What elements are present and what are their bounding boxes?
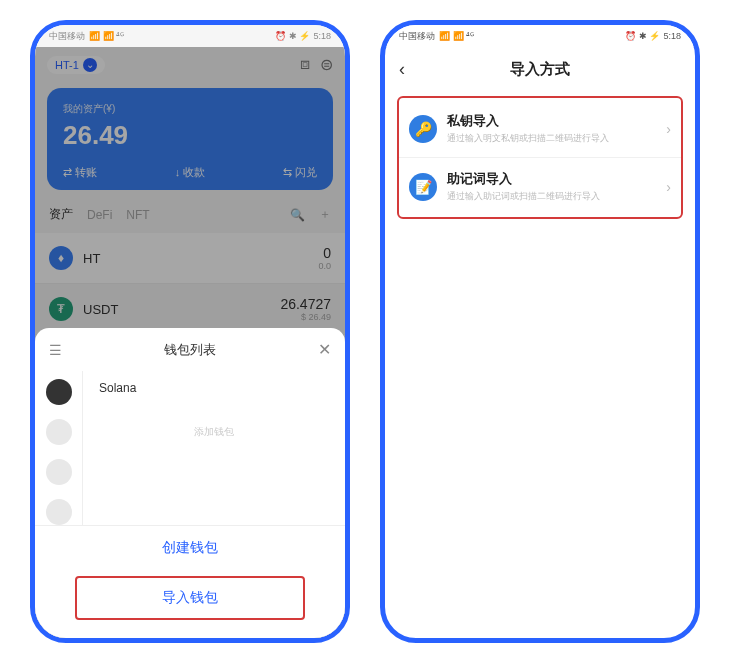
asset-name: USDT (83, 302, 280, 317)
chevron-down-icon: ⌄ (83, 58, 97, 72)
cancel-button[interactable]: 取消 (35, 626, 345, 643)
status-bar: 中国移动 📶 📶 ⁴ᴳ ⏰ ✱ ⚡ 5:18 (385, 25, 695, 47)
option-title: 私钥导入 (447, 112, 656, 130)
close-icon[interactable]: ✕ (318, 340, 331, 359)
status-indicators: ⏰ ✱ ⚡ (625, 31, 660, 41)
swap-button[interactable]: ⇆ 闪兑 (283, 165, 317, 180)
asset-row[interactable]: ♦ HT 0 0.0 (35, 233, 345, 284)
tab-nft[interactable]: NFT (126, 208, 149, 222)
asset-icon: ₮ (49, 297, 73, 321)
chevron-right-icon: › (666, 121, 671, 137)
asset-name: HT (83, 251, 318, 266)
note-icon: 📝 (409, 173, 437, 201)
signal-icons: 📶 📶 ⁴ᴳ (89, 31, 124, 41)
status-indicators: ⏰ ✱ ⚡ (275, 31, 310, 41)
search-icon[interactable]: 🔍 (290, 208, 305, 222)
sheet-title: 钱包列表 (62, 341, 318, 359)
tab-assets[interactable]: 资产 (49, 206, 73, 223)
chain-rail (35, 371, 83, 525)
balance-label: 我的资产(¥) (63, 102, 317, 116)
chain-option[interactable] (46, 499, 72, 525)
chain-label: HT-1 (55, 59, 79, 71)
chevron-right-icon: › (666, 179, 671, 195)
carrier-label: 中国移动 (49, 30, 85, 43)
asset-tabs: 资产 DeFi NFT 🔍 ＋ (35, 196, 345, 233)
status-time: 5:18 (663, 31, 681, 41)
add-wallet-hint: 添加钱包 (99, 425, 329, 439)
nav-bar: ‹ 导入方式 (385, 47, 695, 90)
option-title: 助记词导入 (447, 170, 656, 188)
key-icon: 🔑 (409, 115, 437, 143)
asset-sub: 0.0 (318, 261, 331, 271)
chain-selector[interactable]: HT-1 ⌄ (47, 56, 105, 74)
wallet-list-sheet: ☰ 钱包列表 ✕ Solana 添加钱包 创建钱包 导入钱包 取消 (35, 328, 345, 638)
wallet-list: Solana 添加钱包 (83, 371, 345, 525)
sheet-actions: 创建钱包 导入钱包 取消 (35, 525, 345, 643)
scan-icon[interactable]: ⧈ (300, 55, 310, 74)
phone-left: 中国移动 📶 📶 ⁴ᴳ ⏰ ✱ ⚡ 5:18 HT-1 ⌄ ⧈ ⊜ 我的资产(¥… (30, 20, 350, 643)
create-wallet-button[interactable]: 创建钱包 (35, 526, 345, 570)
page-title: 导入方式 (399, 60, 681, 79)
option-subtitle: 通过输入助记词或扫描二维码进行导入 (447, 190, 656, 203)
transfer-button[interactable]: ⇄ 转账 (63, 165, 97, 180)
phone-right: 中国移动 📶 📶 ⁴ᴳ ⏰ ✱ ⚡ 5:18 ‹ 导入方式 🔑 私钥导入 通过输… (380, 20, 700, 643)
status-time: 5:18 (313, 31, 331, 41)
carrier-label: 中国移动 (399, 30, 435, 43)
signal-icons: 📶 📶 ⁴ᴳ (439, 31, 474, 41)
asset-icon: ♦ (49, 246, 73, 270)
add-icon[interactable]: ＋ (319, 206, 331, 223)
import-mnemonic[interactable]: 📝 助记词导入 通过输入助记词或扫描二维码进行导入 › (399, 157, 681, 215)
status-bar: 中国移动 📶 📶 ⁴ᴳ ⏰ ✱ ⚡ 5:18 (35, 25, 345, 47)
wallet-header: HT-1 ⌄ ⧈ ⊜ (35, 47, 345, 82)
chain-option[interactable] (46, 419, 72, 445)
balance-amount: 26.49 (63, 120, 317, 151)
import-private-key[interactable]: 🔑 私钥导入 通过输入明文私钥或扫描二维码进行导入 › (399, 100, 681, 157)
list-icon: ☰ (49, 342, 62, 358)
asset-sub: $ 26.49 (280, 312, 331, 322)
asset-value: 0 (318, 245, 331, 261)
tab-defi[interactable]: DeFi (87, 208, 112, 222)
chain-option-solana[interactable] (46, 379, 72, 405)
option-subtitle: 通过输入明文私钥或扫描二维码进行导入 (447, 132, 656, 145)
asset-value: 26.4727 (280, 296, 331, 312)
chain-option[interactable] (46, 459, 72, 485)
import-wallet-button[interactable]: 导入钱包 (75, 576, 305, 620)
receive-button[interactable]: ↓ 收款 (175, 165, 206, 180)
balance-card: 我的资产(¥) 26.49 ⇄ 转账 ↓ 收款 ⇆ 闪兑 (47, 88, 333, 190)
more-icon[interactable]: ⊜ (320, 55, 333, 74)
wallet-name[interactable]: Solana (99, 381, 329, 395)
import-options-highlight: 🔑 私钥导入 通过输入明文私钥或扫描二维码进行导入 › 📝 助记词导入 通过输入… (397, 96, 683, 219)
